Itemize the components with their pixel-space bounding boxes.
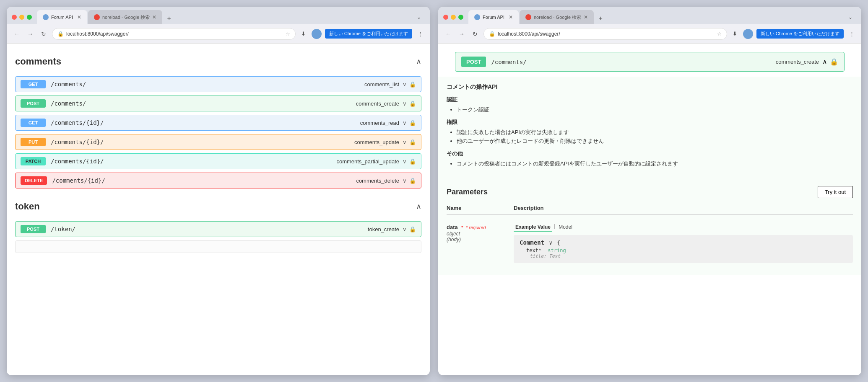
forward-btn-left[interactable]: → bbox=[25, 29, 35, 39]
model-tab[interactable]: Model bbox=[557, 223, 574, 232]
profile-icon-left[interactable] bbox=[312, 29, 322, 39]
tab-google-close-right[interactable]: ✕ bbox=[584, 14, 588, 20]
chevron-down-icon-token: ∨ bbox=[403, 226, 407, 232]
address-text-right: localhost:8000/api/swagger/ bbox=[498, 31, 715, 37]
perm-subtitle: 権限 bbox=[447, 119, 853, 126]
post-path: /comments/ bbox=[491, 59, 775, 65]
menu-icon-right[interactable]: ⋮ bbox=[847, 29, 856, 39]
endpoint-name-5: comments_partial_update bbox=[336, 158, 399, 165]
back-btn-left[interactable]: ← bbox=[12, 29, 22, 39]
lock-icon-endpoint-5: 🔒 bbox=[409, 158, 416, 165]
traffic-light-green-right[interactable] bbox=[458, 15, 463, 20]
nav-bar-left: ← → ↻ 🔒 localhost:8000/api/swagger/ ☆ ⬇ … bbox=[7, 24, 430, 44]
lock-icon-endpoint-1: 🔒 bbox=[409, 81, 416, 88]
chevron-down-icon-3: ∨ bbox=[403, 120, 407, 126]
param-name-label: data bbox=[447, 224, 458, 230]
tab-forum-api-left[interactable]: Forum API ✕ bbox=[37, 10, 87, 24]
lock-icon-endpoint-6: 🔒 bbox=[409, 178, 416, 184]
profile-icon-right[interactable] bbox=[743, 29, 753, 39]
star-icon-left[interactable]: ☆ bbox=[286, 31, 290, 37]
endpoint-patch-comments-id[interactable]: PATCH /comments/{id}/ comments_partial_u… bbox=[15, 153, 421, 169]
endpoint-icons-2: ∨ 🔒 bbox=[403, 101, 416, 107]
tab-google-close-left[interactable]: ✕ bbox=[152, 14, 156, 20]
refresh-btn-left[interactable]: ↻ bbox=[39, 29, 49, 39]
endpoint-path-3: /comments/{id}/ bbox=[51, 119, 360, 126]
param-name-data: data * * required bbox=[447, 223, 514, 231]
desc-main-title: コメントの操作API bbox=[447, 83, 853, 91]
lock-icon-endpoint-4: 🔒 bbox=[409, 139, 416, 145]
refresh-btn-right[interactable]: ↻ bbox=[470, 29, 480, 39]
chevron-down-icon-2: ∨ bbox=[403, 101, 407, 107]
params-title: Parameters bbox=[447, 188, 488, 196]
col-name-header: Name bbox=[447, 205, 514, 211]
endpoint-name-token: token_create bbox=[368, 226, 399, 232]
other-list: コメントの投稿者にはコメントの新規登録APIを実行したユーザーが自動的に設定され… bbox=[447, 160, 853, 168]
tab-sep: | bbox=[554, 223, 555, 232]
tab-favicon-left bbox=[43, 14, 49, 20]
model-field-name-text: text* bbox=[526, 248, 541, 253]
chevron-down-icon-1: ∨ bbox=[403, 81, 407, 88]
endpoint-path-4: /comments/{id}/ bbox=[51, 139, 354, 145]
endpoint-get-comments[interactable]: GET /comments/ comments_list ∨ 🔒 bbox=[15, 76, 421, 92]
param-row-data: data * * required object (body) Example … bbox=[447, 218, 853, 268]
download-icon-right[interactable]: ⬇ bbox=[730, 29, 740, 39]
new-tab-right[interactable]: + bbox=[595, 13, 606, 24]
post-endpoint-header[interactable]: POST /comments/ comments_create ∧ 🔒 bbox=[455, 52, 845, 72]
partial-row bbox=[15, 240, 421, 253]
back-btn-right[interactable]: ← bbox=[443, 29, 453, 39]
post-method-badge: POST bbox=[461, 57, 486, 67]
tab-title-right: Forum API bbox=[483, 15, 504, 20]
params-header: Parameters Try it out bbox=[447, 186, 853, 198]
forward-btn-right[interactable]: → bbox=[457, 29, 467, 39]
endpoint-get-comments-id[interactable]: GET /comments/{id}/ comments_read ∨ 🔒 bbox=[15, 115, 421, 131]
endpoint-path-2: /comments/ bbox=[51, 100, 356, 107]
endpoint-put-comments-id[interactable]: PUT /comments/{id}/ comments_update ∨ 🔒 bbox=[15, 134, 421, 150]
endpoint-icons-4: ∨ 🔒 bbox=[403, 139, 416, 145]
endpoint-name-1: comments_list bbox=[364, 81, 399, 88]
lock-icon-endpoint-3: 🔒 bbox=[409, 120, 416, 126]
model-field-info: title: Text bbox=[526, 253, 847, 259]
tab-title-left: Forum API bbox=[51, 15, 73, 20]
menu-icon-left[interactable]: ⋮ bbox=[416, 29, 425, 39]
endpoint-post-token[interactable]: POST /token/ token_create ∨ 🔒 bbox=[15, 221, 421, 237]
address-bar-left[interactable]: 🔒 localhost:8000/api/swagger/ ☆ bbox=[52, 28, 296, 40]
endpoint-name-6: comments_delete bbox=[356, 178, 399, 184]
traffic-light-yellow[interactable] bbox=[19, 15, 24, 20]
param-body-label: (body) bbox=[447, 237, 514, 243]
star-icon-right[interactable]: ☆ bbox=[717, 31, 722, 37]
endpoint-path-5: /comments/{id}/ bbox=[51, 158, 336, 165]
tab-dropdown-right[interactable]: ⌄ bbox=[845, 11, 856, 23]
traffic-light-green[interactable] bbox=[27, 15, 32, 20]
traffic-light-red-right[interactable] bbox=[443, 15, 448, 20]
traffic-light-yellow-right[interactable] bbox=[451, 15, 456, 20]
address-bar-right[interactable]: 🔒 localhost:8000/api/swagger/ ☆ bbox=[483, 28, 727, 40]
post-icons: ∧ 🔒 bbox=[822, 58, 838, 66]
lock-icon-endpoint-token: 🔒 bbox=[409, 226, 416, 232]
token-toggle[interactable]: ∧ bbox=[416, 202, 421, 211]
new-tab-left[interactable]: + bbox=[163, 13, 175, 24]
try-it-out-button[interactable]: Try it out bbox=[818, 186, 853, 198]
example-value-tab[interactable]: Example Value bbox=[514, 223, 552, 232]
method-delete-badge: DELETE bbox=[21, 176, 47, 185]
param-desc-col-data: Example Value | Model Comment ∨ { bbox=[514, 223, 853, 263]
tab-close-right[interactable]: ✕ bbox=[509, 14, 513, 20]
method-post-badge-1: POST bbox=[21, 99, 46, 108]
download-icon-left[interactable]: ⬇ bbox=[299, 29, 308, 39]
page-content-right: POST /comments/ comments_create ∧ 🔒 コメント… bbox=[438, 44, 861, 375]
tab-close-left[interactable]: ✕ bbox=[77, 14, 81, 20]
tab-forum-api-right[interactable]: Forum API ✕ bbox=[468, 10, 519, 24]
endpoint-delete-comments-id[interactable]: DELETE /comments/{id}/ comments_delete ∨… bbox=[15, 173, 421, 188]
endpoint-icons-5: ∨ 🔒 bbox=[403, 158, 416, 165]
lock-icon-post: 🔒 bbox=[830, 58, 838, 66]
tab-dropdown-left[interactable]: ⌄ bbox=[413, 11, 425, 23]
comments-toggle[interactable]: ∧ bbox=[416, 57, 421, 66]
tab-google-right[interactable]: noreload - Google 検索 ✕ bbox=[520, 10, 594, 24]
traffic-light-red[interactable] bbox=[12, 15, 17, 20]
param-required-badge: * bbox=[461, 225, 463, 230]
lock-icon-endpoint-2: 🔒 bbox=[409, 101, 416, 107]
endpoint-post-comments[interactable]: POST /comments/ comments_create ∨ 🔒 bbox=[15, 96, 421, 111]
tab-google-title-right: noreload - Google 検索 bbox=[534, 14, 581, 21]
tab-google-left[interactable]: noreload - Google 検索 ✕ bbox=[88, 10, 162, 24]
chrome-promo-left: 新しい Chrome をご利用いただけます bbox=[325, 29, 412, 39]
page-content-left: comments ∧ GET /comments/ comments_list … bbox=[7, 44, 430, 375]
